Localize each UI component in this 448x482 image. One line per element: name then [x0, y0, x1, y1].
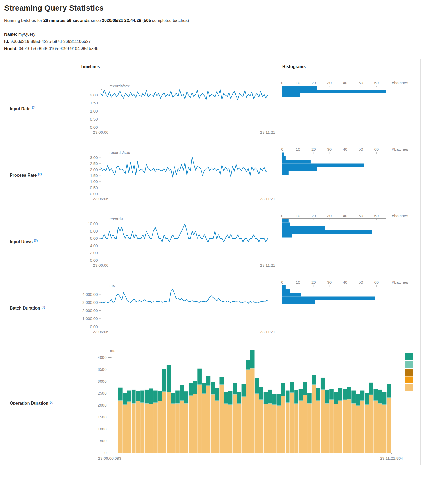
svg-text:2.50: 2.50 [90, 161, 98, 166]
input-rate-histogram-cell: #batches0102030405060 [278, 75, 421, 142]
start-time: 2020/05/21 22:44:28 [102, 18, 141, 23]
input-rows-help-icon[interactable]: (?) [34, 239, 38, 242]
svg-text:10: 10 [296, 81, 300, 85]
streaming-statistics-page: Streaming Query Statistics Running batch… [4, 0, 444, 465]
query-id-line: Id:9d0dd219-995d-423e-b97d-36931110bb27 [4, 39, 444, 44]
svg-text:23:11:21.864: 23:11:21.864 [380, 456, 403, 461]
table-row-input-rows: Input Rows(?) records10.008.006.004.002.… [4, 208, 421, 275]
process-rate-label-cell: Process Rate(?) [4, 142, 76, 208]
svg-text:40: 40 [343, 147, 347, 151]
table-row-operation-duration: Operation Duration(?) ms4000350030002500… [4, 341, 421, 465]
batch-duration-timeline-cell: ms4,000.003,000.002,000.001,000.000.0023… [76, 275, 278, 341]
svg-text:20: 20 [311, 213, 316, 218]
query-name-label: Name: [4, 32, 17, 37]
header-timelines: Timelines [76, 59, 278, 75]
statistics-table: Timelines Histograms Input Rate(?) recor… [4, 59, 421, 465]
svg-text:40: 40 [343, 213, 347, 218]
svg-text:20: 20 [311, 280, 316, 284]
process-rate-histogram-cell: #batches0102030405060 [278, 142, 421, 208]
paren-open: ( [141, 18, 144, 23]
batch-duration-help-icon[interactable]: (?) [42, 305, 45, 309]
svg-text:60: 60 [374, 147, 379, 151]
svg-text:1000: 1000 [98, 427, 106, 431]
input-rate-histogram-chart: #batches0102030405060 [278, 75, 420, 142]
header-empty-cell [4, 59, 76, 75]
svg-text:60: 60 [374, 81, 379, 85]
input-rate-label: Input Rate [10, 106, 30, 111]
svg-text:1.50: 1.50 [90, 173, 98, 178]
svg-text:50: 50 [359, 280, 363, 284]
input-rate-help-icon[interactable]: (?) [32, 106, 35, 109]
svg-text:23:06:06: 23:06:06 [93, 197, 108, 201]
input-rows-label-cell: Input Rows(?) [4, 208, 76, 275]
query-name-value: myQuery [18, 32, 35, 37]
svg-text:2.00: 2.00 [90, 167, 98, 172]
svg-text:20: 20 [311, 147, 316, 151]
svg-text:40: 40 [343, 280, 347, 284]
running-summary: Running batches for 26 minutes 56 second… [4, 18, 444, 23]
process-rate-label: Process Rate [10, 173, 37, 177]
input-rows-timeline-cell: records10.008.006.004.002.000.0023:06:06… [76, 208, 278, 275]
svg-text:0: 0 [281, 147, 283, 151]
header-histograms: Histograms [278, 59, 421, 75]
svg-text:0.50: 0.50 [90, 117, 98, 121]
process-rate-help-icon[interactable]: (?) [38, 172, 42, 176]
svg-text:4.00: 4.00 [90, 243, 98, 248]
svg-text:10: 10 [296, 213, 300, 218]
svg-text:23:06:06.093: 23:06:06.093 [98, 456, 121, 461]
svg-text:3500: 3500 [98, 367, 106, 372]
svg-text:0.00: 0.00 [90, 324, 98, 329]
batch-duration-histogram-cell: #batches0102030405060 [278, 275, 421, 341]
svg-text:#batches: #batches [392, 81, 408, 85]
table-row-process-rate: Process Rate(?) records/sec3.002.502.001… [4, 142, 421, 208]
svg-text:0.00: 0.00 [90, 258, 98, 262]
svg-text:1,000.00: 1,000.00 [82, 316, 98, 321]
svg-text:#batches: #batches [392, 213, 408, 218]
svg-text:3.00: 3.00 [90, 155, 98, 160]
svg-text:10: 10 [296, 280, 300, 284]
svg-text:10.00: 10.00 [88, 221, 98, 226]
process-rate-timeline-cell: records/sec3.002.502.001.501.000.500.002… [76, 142, 278, 208]
svg-text:30: 30 [327, 81, 332, 85]
svg-text:20: 20 [311, 81, 316, 85]
svg-text:6.00: 6.00 [90, 236, 98, 240]
svg-text:0: 0 [281, 213, 283, 218]
running-prefix: Running batches for [4, 18, 43, 23]
svg-text:1.00: 1.00 [90, 109, 98, 113]
svg-text:30: 30 [327, 147, 332, 151]
svg-text:23:11:21: 23:11:21 [260, 329, 275, 334]
svg-text:0: 0 [281, 280, 283, 284]
svg-text:records: records [110, 217, 123, 221]
svg-text:1.00: 1.00 [90, 179, 98, 184]
svg-text:records/sec: records/sec [110, 150, 130, 155]
query-id-value: 9d0dd219-995d-423e-b97d-36931110bb27 [11, 39, 91, 44]
input-rows-histogram-chart: #batches0102030405060 [278, 208, 420, 275]
process-rate-histogram-chart: #batches0102030405060 [278, 142, 420, 208]
svg-text:2,000.00: 2,000.00 [82, 308, 98, 313]
query-runid-label: RunId: [4, 46, 18, 51]
batch-duration-timeline-chart: ms4,000.003,000.002,000.001,000.000.0023… [76, 275, 278, 341]
operation-duration-help-icon[interactable]: (?) [50, 400, 53, 404]
operation-duration-chart: ms4000350030002500200015001000500023:06:… [76, 341, 420, 465]
process-rate-timeline-chart: records/sec3.002.502.001.501.000.500.002… [76, 142, 278, 208]
since-text: since [90, 18, 102, 23]
svg-text:0.00: 0.00 [90, 125, 98, 130]
svg-text:10: 10 [296, 147, 300, 151]
input-rate-label-cell: Input Rate(?) [4, 75, 76, 142]
svg-text:3000: 3000 [98, 379, 106, 383]
svg-text:500: 500 [100, 439, 106, 443]
table-row-batch-duration: Batch Duration(?) ms4,000.003,000.002,00… [4, 275, 421, 341]
svg-text:2000: 2000 [98, 403, 106, 407]
svg-text:2.00: 2.00 [90, 251, 98, 255]
svg-text:8.00: 8.00 [90, 229, 98, 233]
svg-text:0.00: 0.00 [90, 191, 98, 196]
svg-text:0.50: 0.50 [90, 185, 98, 190]
svg-text:23:06:06: 23:06:06 [93, 130, 108, 135]
svg-text:60: 60 [374, 213, 379, 218]
batch-duration-histogram-chart: #batches0102030405060 [278, 275, 420, 341]
svg-text:2500: 2500 [98, 391, 106, 395]
input-rate-timeline-cell: records/sec2.001.501.000.500.0023:06:062… [76, 75, 278, 142]
completed-batches-count: 505 [144, 18, 151, 23]
svg-text:23:06:06: 23:06:06 [93, 263, 108, 267]
table-header-row: Timelines Histograms [4, 59, 421, 75]
